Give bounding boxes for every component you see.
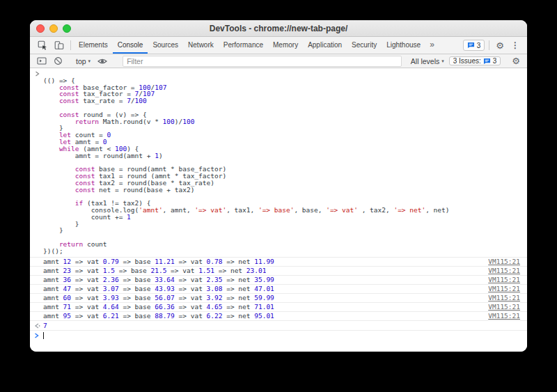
toolbar-divider — [489, 40, 489, 50]
console-settings-button[interactable]: ⚙ — [508, 56, 524, 65]
text-cursor — [43, 332, 44, 339]
tab-network[interactable]: Network — [183, 37, 219, 54]
prompt-chevron-icon — [34, 333, 39, 338]
source-link[interactable]: VM115:21 — [488, 312, 527, 320]
console-log-row: amnt 12 => vat 0.79 => base 11.21 => vat… — [30, 257, 527, 266]
return-value-icon — [34, 323, 40, 329]
create-live-expression-button[interactable] — [94, 57, 111, 65]
console-sidebar-icon — [37, 56, 47, 65]
issues-toolbar-button[interactable]: 3 Issues: 3 — [449, 56, 501, 65]
maximize-window-button[interactable] — [63, 24, 71, 33]
titlebar: DevTools - chrome://new-tab-page/ — [30, 20, 527, 37]
log-level-label: All levels — [411, 57, 439, 65]
console-log-row: amnt 71 => vat 4.64 => base 66.36 => vat… — [30, 302, 527, 311]
issues-count: 3 — [477, 42, 481, 49]
context-label: top — [76, 57, 86, 65]
devtools-window: DevTools - chrome://new-tab-page/ Elemen… — [30, 20, 527, 352]
devtools-tab-bar: ElementsConsoleSourcesNetworkPerformance… — [30, 37, 527, 54]
javascript-context-selector[interactable]: top ▾ — [72, 57, 94, 65]
inspect-element-button[interactable] — [34, 37, 51, 54]
console-result-row: 7 — [30, 320, 527, 330]
tab-application[interactable]: Application — [303, 37, 347, 54]
command-source-code: (() => { const base_factor = 100/107 con… — [43, 70, 521, 255]
issues-bubble-icon — [483, 58, 491, 65]
console-log-row: amnt 60 => vat 3.93 => base 56.07 => vat… — [30, 293, 527, 302]
console-log-row: amnt 95 => vat 6.21 => base 88.79 => vat… — [30, 311, 527, 320]
tab-security[interactable]: Security — [347, 37, 382, 54]
window-controls — [36, 20, 71, 36]
settings-button[interactable]: ⚙ — [492, 37, 508, 54]
tab-console[interactable]: Console — [113, 37, 148, 54]
tab-elements[interactable]: Elements — [74, 37, 113, 54]
console-sidebar-toggle-button[interactable] — [33, 56, 50, 65]
source-link[interactable]: VM115:21 — [488, 294, 527, 301]
source-link[interactable]: VM115:21 — [488, 276, 527, 283]
chevron-down-icon: ▾ — [441, 58, 444, 64]
issues-bubble-icon — [467, 42, 475, 49]
log-level-selector[interactable]: All levels ▾ — [407, 57, 448, 65]
console-log-row: amnt 23 => vat 1.5 => base 21.5 => vat 1… — [30, 266, 527, 275]
chevron-down-icon: ▾ — [88, 58, 91, 64]
console-log-output: amnt 12 => vat 0.79 => base 11.21 => vat… — [30, 257, 527, 320]
toggle-device-toolbar-button[interactable] — [51, 37, 68, 54]
gear-icon: ⚙ — [512, 56, 520, 65]
tab-sources[interactable]: Sources — [148, 37, 183, 54]
console-log-row: amnt 47 => vat 3.07 => base 43.93 => vat… — [30, 284, 527, 293]
tab-memory[interactable]: Memory — [268, 37, 303, 54]
more-tabs-button[interactable]: » — [425, 37, 439, 54]
console-messages-area[interactable]: (() => { const base_factor = 100/107 con… — [30, 68, 527, 352]
clear-console-button[interactable] — [50, 56, 66, 65]
result-value: 7 — [43, 322, 47, 329]
source-link[interactable]: VM115:21 — [488, 285, 527, 292]
gear-icon: ⚙ — [496, 41, 504, 50]
toolbar-divider — [70, 40, 71, 50]
inspect-cursor-icon — [38, 40, 47, 50]
console-log-row: amnt 36 => vat 2.36 => base 33.64 => vat… — [30, 275, 527, 284]
devtools-menu-button[interactable]: ⋮ — [508, 37, 523, 54]
tab-performance[interactable]: Performance — [219, 37, 268, 54]
issues-count: 3 — [493, 57, 497, 65]
command-chevron-icon — [35, 71, 40, 77]
source-link[interactable]: VM115:21 — [488, 303, 527, 311]
source-link[interactable]: VM115:21 — [488, 267, 527, 274]
source-link[interactable]: VM115:21 — [488, 258, 527, 265]
device-toolbar-icon — [54, 40, 64, 50]
close-window-button[interactable] — [36, 24, 45, 33]
eye-icon — [97, 57, 107, 65]
clear-console-icon — [54, 56, 63, 65]
tab-lighthouse[interactable]: Lighthouse — [382, 37, 425, 54]
console-toolbar: top ▾ All levels ▾ 3 Issues: — [30, 54, 527, 68]
issues-label: 3 Issues: — [453, 57, 481, 65]
minimize-window-button[interactable] — [49, 24, 58, 33]
panel-tabs: ElementsConsoleSourcesNetworkPerformance… — [74, 37, 425, 54]
kebab-menu-icon: ⋮ — [511, 41, 519, 49]
issues-counter-button[interactable]: 3 — [463, 40, 485, 51]
filter-input[interactable] — [123, 56, 402, 67]
console-prompt[interactable] — [30, 330, 527, 340]
window-title: DevTools - chrome://new-tab-page/ — [210, 24, 347, 33]
echoed-command: (() => { const base_factor = 100/107 con… — [30, 68, 527, 257]
